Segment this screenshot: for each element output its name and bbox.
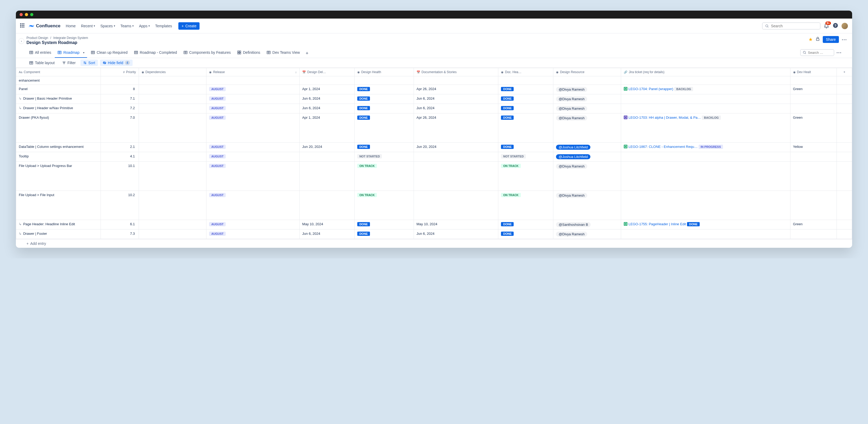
- tab-completed[interactable]: Roadmap - Completed: [131, 49, 180, 58]
- help-button[interactable]: ?: [833, 23, 838, 29]
- table-row[interactable]: Panel8AUGUSTApr 1, 2024DONEApr 26, 2024D…: [16, 85, 852, 94]
- cell-release[interactable]: AUGUST: [207, 113, 300, 143]
- cell-component[interactable]: Drawer | Footer: [16, 229, 101, 239]
- cell-dev-health[interactable]: Green: [790, 85, 837, 94]
- jira-link[interactable]: LEGO-1704: Panel (wrapper): [628, 87, 673, 91]
- cell-dev-health[interactable]: [790, 152, 837, 162]
- cell-design-del[interactable]: [300, 152, 354, 162]
- cell-design-del[interactable]: Jun 6, 2024: [300, 104, 354, 113]
- cell-release[interactable]: AUGUST: [207, 152, 300, 162]
- cell-docs-stories[interactable]: Jun 6, 2024: [414, 229, 498, 239]
- cell-dev-health[interactable]: [790, 191, 837, 220]
- cell-design-resource[interactable]: @Joshua Litchfield: [553, 143, 621, 152]
- nav-teams[interactable]: Teams▾: [118, 22, 136, 30]
- cell-release[interactable]: AUGUST: [207, 143, 300, 152]
- cell-component[interactable]: DataTable | Column settings enhancement: [16, 143, 101, 152]
- cell-docs-stories[interactable]: May 10, 2024: [414, 220, 498, 229]
- cell-dependencies[interactable]: [139, 113, 207, 143]
- nav-home[interactable]: Home: [64, 22, 78, 30]
- person-chip[interactable]: @Divya Ramesh: [556, 96, 587, 102]
- tab-definitions[interactable]: Definitions: [235, 49, 263, 58]
- cell-design-resource[interactable]: @Divya Ramesh: [553, 94, 621, 104]
- cell-dependencies[interactable]: [139, 85, 207, 94]
- cell-priority[interactable]: 10.2: [100, 191, 139, 220]
- cell-docs-stories[interactable]: Jun 6, 2024: [414, 94, 498, 104]
- cell-priority[interactable]: 10.1: [100, 162, 139, 191]
- cell-design-resource[interactable]: [553, 76, 621, 85]
- cell-doc-hea[interactable]: DONE: [498, 85, 553, 94]
- cell-release[interactable]: AUGUST: [207, 162, 300, 191]
- cell-release[interactable]: AUGUST: [207, 104, 300, 113]
- cell-priority[interactable]: 7.1: [100, 94, 139, 104]
- cell-dependencies[interactable]: [139, 143, 207, 152]
- tab-components[interactable]: Components by Features: [181, 49, 234, 58]
- cell-dev-health[interactable]: [790, 76, 837, 85]
- cell-design-del[interactable]: Apr 1, 2024: [300, 85, 354, 94]
- cell-priority[interactable]: 4.1: [100, 152, 139, 162]
- cell-design-health[interactable]: ON TRACK: [354, 162, 414, 191]
- cell-design-resource[interactable]: @Divya Ramesh: [553, 162, 621, 191]
- cell-design-resource[interactable]: @Joshua Litchfield: [553, 152, 621, 162]
- cell-design-resource[interactable]: @Divya Ramesh: [553, 191, 621, 220]
- database-table[interactable]: AaComponent #Priority ◉Dependencies ◉Rel…: [16, 68, 852, 239]
- cell-docs-stories[interactable]: [414, 152, 498, 162]
- table-row[interactable]: Drawer | Basic Header Primitive7.1AUGUST…: [16, 94, 852, 104]
- close-window-icon[interactable]: [20, 13, 23, 16]
- table-row[interactable]: Drawer | Footer7.3AUGUSTJun 6, 2024DONEJ…: [16, 229, 852, 239]
- cell-priority[interactable]: 8: [100, 85, 139, 94]
- cell-doc-hea[interactable]: DONE: [498, 143, 553, 152]
- cell-component[interactable]: Drawer | Header w/Nav Primitive: [16, 104, 101, 113]
- cell-design-health[interactable]: ON TRACK: [354, 191, 414, 220]
- add-column-button[interactable]: +: [837, 68, 852, 76]
- person-chip[interactable]: @Joshua Litchfield: [556, 145, 590, 150]
- cell-doc-hea[interactable]: DONE: [498, 104, 553, 113]
- cell-design-health[interactable]: DONE: [354, 85, 414, 94]
- jira-link[interactable]: LEGO-1755: PageHeader | Inline Edit: [628, 222, 686, 226]
- cell-design-del[interactable]: Jun 6, 2024: [300, 229, 354, 239]
- cell-design-resource[interactable]: @Santhoshsivan B: [553, 220, 621, 229]
- cell-component[interactable]: Page Header: Headline Inline Edit: [16, 220, 101, 229]
- cell-docs-stories[interactable]: Jun 6, 2024: [414, 104, 498, 113]
- cell-component[interactable]: Drawer (PKA flyout): [16, 113, 101, 143]
- cell-jira[interactable]: [621, 191, 790, 220]
- cell-component[interactable]: Tooltip: [16, 152, 101, 162]
- cell-docs-stories[interactable]: [414, 191, 498, 220]
- col-design-del[interactable]: 📅Design Del…: [300, 68, 354, 76]
- cell-dev-health[interactable]: Green: [790, 220, 837, 229]
- cell-dependencies[interactable]: [139, 220, 207, 229]
- cell-design-del[interactable]: [300, 76, 354, 85]
- person-chip[interactable]: @Divya Ramesh: [556, 232, 587, 237]
- cell-doc-hea[interactable]: NOT STARTED: [498, 152, 553, 162]
- expand-sidebar-button[interactable]: ›: [19, 38, 24, 44]
- cell-design-resource[interactable]: @Divya Ramesh: [553, 85, 621, 94]
- table-row[interactable]: File Upload > File Input10.2AUGUSTON TRA…: [16, 191, 852, 220]
- nav-recent[interactable]: Recent▾: [79, 22, 97, 30]
- cell-jira[interactable]: [621, 104, 790, 113]
- table-row[interactable]: Page Header: Headline Inline Edit6.1AUGU…: [16, 220, 852, 229]
- cell-doc-hea[interactable]: DONE: [498, 229, 553, 239]
- cell-docs-stories[interactable]: Apr 26, 2024: [414, 113, 498, 143]
- cell-priority[interactable]: 7.0: [100, 113, 139, 143]
- breadcrumb-item[interactable]: Integrate Design System: [53, 36, 88, 40]
- star-icon[interactable]: ★: [808, 36, 813, 43]
- cell-doc-hea[interactable]: DONE: [498, 113, 553, 143]
- restrictions-icon[interactable]: [815, 36, 820, 43]
- cell-dependencies[interactable]: [139, 191, 207, 220]
- cell-jira[interactable]: [621, 152, 790, 162]
- cell-priority[interactable]: 7.2: [100, 104, 139, 113]
- col-dependencies[interactable]: ◉Dependencies: [139, 68, 207, 76]
- table-row[interactable]: Drawer (PKA flyout)7.0AUGUSTApr 1, 2024D…: [16, 113, 852, 143]
- cell-design-del[interactable]: [300, 191, 354, 220]
- cell-doc-hea[interactable]: DONE: [498, 94, 553, 104]
- cell-dependencies[interactable]: [139, 229, 207, 239]
- more-actions-icon[interactable]: ⋯: [841, 36, 847, 43]
- person-chip[interactable]: @Divya Ramesh: [556, 164, 587, 169]
- cell-dev-health[interactable]: Green: [790, 113, 837, 143]
- cell-design-del[interactable]: Apr 1, 2024: [300, 113, 354, 143]
- nav-apps[interactable]: Apps▾: [137, 22, 152, 30]
- tab-dev-teams[interactable]: Dev Teams View: [264, 49, 303, 58]
- filter-button[interactable]: Filter: [60, 60, 78, 66]
- tab-cleanup[interactable]: Clean up Required: [88, 49, 130, 58]
- cell-dependencies[interactable]: [139, 76, 207, 85]
- cell-docs-stories[interactable]: [414, 76, 498, 85]
